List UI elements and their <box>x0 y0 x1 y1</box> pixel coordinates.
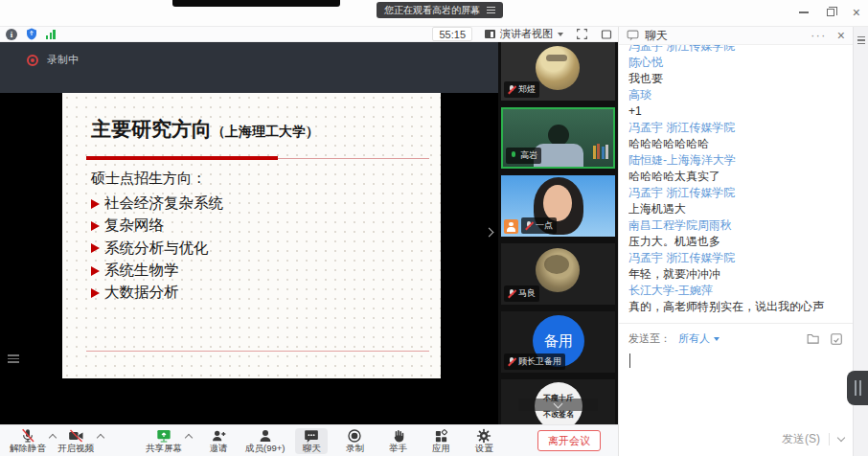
apps-button[interactable]: 应用 <box>424 429 457 453</box>
record-button[interactable]: 录制 <box>338 428 371 453</box>
chat-bubble-icon <box>304 429 319 444</box>
chevron-down-icon <box>558 33 563 36</box>
chat-sender: 陆恒婕-上海海洋大学 <box>628 152 843 169</box>
drawer-handle[interactable] <box>847 371 868 405</box>
share-control-group: 共享屏幕 <box>144 428 192 453</box>
unmute-button[interactable]: 解除静音 <box>10 428 46 453</box>
collapse-panel-chevron-icon[interactable] <box>485 228 494 238</box>
meeting-window: 您正在观看高岩的屏幕 × i 55:15 演讲者视图 <box>0 0 868 456</box>
shared-screen-stage: 主要研究方向（上海理工大学） 硕士点招生方向： 社会经济复杂系统 复杂网络 系统… <box>0 93 498 424</box>
chat-message: 哈哈哈哈哈哈哈 <box>628 136 843 152</box>
participant-strip[interactable]: 郑煜 高岩 一点 <box>498 42 618 424</box>
participant-tile[interactable]: 马良 <box>501 243 615 305</box>
members-icon <box>258 428 273 444</box>
bullet-arrow-icon <box>91 266 100 276</box>
participant-tile[interactable]: 不瘦十斤 不改签名 <box>501 379 615 424</box>
bullet-text: 复杂网络 <box>104 216 164 236</box>
slide-bullet: 系统分析与优化 <box>91 238 223 260</box>
toolbar-label: 应用 <box>432 444 450 453</box>
settings-button[interactable]: 设置 <box>468 428 500 453</box>
slide-bullet: 系统生物学 <box>91 260 223 282</box>
raise-hand-button[interactable]: 举手 <box>381 428 414 453</box>
share-options-chevron-icon[interactable] <box>185 434 193 442</box>
shield-icon[interactable] <box>26 28 37 40</box>
send-button[interactable]: 发送(S) <box>782 431 820 447</box>
screenshot-icon[interactable] <box>830 332 843 346</box>
chat-input-tools <box>807 332 843 346</box>
bullet-text: 大数据分析 <box>104 283 179 303</box>
divider <box>829 433 830 445</box>
slide-title-rule <box>278 158 429 159</box>
members-button[interactable]: 成员(99+) <box>245 428 285 453</box>
start-video-button[interactable]: 开启视频 <box>57 428 94 453</box>
chat-message: 压力大。机遇也多 <box>628 234 843 250</box>
chat-message-list[interactable]: 冯孟宇 浙江传媒学院 陈心悦 我也要 高琰 +1 冯孟宇 浙江传媒学院 哈哈哈哈… <box>619 45 853 323</box>
slide-title: 主要研究方向（上海理工大学） <box>91 116 319 143</box>
video-control-group: 开启视频 <box>56 428 103 453</box>
video-options-chevron-icon[interactable] <box>97 434 104 442</box>
mic-muted-icon <box>525 221 533 231</box>
titlebar: 您正在观看高岩的屏幕 × <box>0 0 868 27</box>
chat-title: 聊天 <box>645 28 668 44</box>
send-to-selector[interactable]: 所有人 <box>678 331 720 346</box>
mic-muted-icon <box>20 428 35 444</box>
participant-name-label: 郑煜 <box>504 81 539 98</box>
send-options-chevron-icon[interactable] <box>837 434 845 442</box>
participant-tile[interactable]: 一点 <box>501 175 615 237</box>
avatar <box>536 248 580 292</box>
fullscreen-icon[interactable] <box>576 28 588 40</box>
chat-sender: 冯孟宇 浙江传媒学院 <box>628 250 843 266</box>
participant-tile[interactable]: 郑煜 <box>501 42 615 101</box>
restore-button[interactable] <box>827 9 834 16</box>
person-silhouette <box>548 125 569 146</box>
send-to-value: 所有人 <box>678 331 710 346</box>
slide-title-main: 主要研究方向 <box>91 118 212 141</box>
slide-bullet: 复杂网络 <box>91 215 223 237</box>
chevron-down-icon <box>554 399 563 408</box>
apps-icon <box>434 429 448 444</box>
chevron-down-icon <box>714 337 720 341</box>
meeting-toolbar: 解除静音 开启视频 共享屏幕 <box>0 424 618 456</box>
toolbar-label: 开启视频 <box>57 444 94 453</box>
view-mode-button[interactable]: 演讲者视图 <box>485 27 563 41</box>
send-to-row: 发送至： 所有人 <box>619 324 853 346</box>
scroll-more-overlay[interactable] <box>518 399 598 411</box>
file-folder-icon[interactable] <box>807 332 821 345</box>
chat-sender: 长江大学-王婉萍 <box>628 283 843 299</box>
meeting-timer: 55:15 <box>432 27 472 41</box>
chat-sender: 冯孟宇 浙江传媒学院 <box>628 185 843 201</box>
slideshow-menu-icon[interactable] <box>8 353 23 366</box>
chat-message: 真的，高老师特别实在，说出我的心声 <box>628 299 843 315</box>
close-button[interactable]: × <box>853 6 860 19</box>
avatar <box>536 46 580 90</box>
chat-button[interactable]: 聊天 <box>295 428 328 454</box>
toolbar-label: 聊天 <box>303 444 321 453</box>
invite-icon <box>211 428 226 444</box>
toolbar-label: 录制 <box>346 444 364 453</box>
banner-menu-icon[interactable] <box>487 7 495 13</box>
invite-button[interactable]: 邀请 <box>202 428 235 453</box>
participant-tile[interactable]: 备用 顾长卫备用 <box>501 311 615 373</box>
participant-tile-speaking[interactable]: 高岩 <box>501 107 615 169</box>
screen-watch-banner: 您正在观看高岩的屏幕 <box>377 2 503 18</box>
dock-menu-icon[interactable] <box>857 34 865 46</box>
participant-name: 顾长卫备用 <box>518 355 561 368</box>
chat-input-area[interactable]: 发送至： 所有人 <box>619 323 853 456</box>
more-options-icon[interactable]: ··· <box>811 30 827 41</box>
slide-bullet: 大数据分析 <box>91 282 223 304</box>
chat-header-actions: ··· × <box>811 29 845 42</box>
share-screen-button[interactable]: 共享屏幕 <box>146 428 182 453</box>
chat-close-icon[interactable]: × <box>837 29 845 42</box>
leave-meeting-button[interactable]: 离开会议 <box>537 430 601 451</box>
slide-bullet-list: 社会经济复杂系统 复杂网络 系统分析与优化 系统生物学 大数据分析 <box>91 193 223 304</box>
layout-icon[interactable] <box>601 29 612 40</box>
info-icon[interactable]: i <box>6 29 17 40</box>
chat-icon <box>627 30 639 41</box>
minimize-button[interactable] <box>799 11 809 13</box>
person-silhouette <box>543 185 572 221</box>
mic-muted-icon <box>508 289 515 299</box>
chat-message: +1 <box>628 103 843 120</box>
screen-watch-text: 您正在观看高岩的屏幕 <box>384 4 480 17</box>
chat-sender: 高琰 <box>628 87 843 103</box>
signal-bars-icon[interactable] <box>46 30 56 39</box>
